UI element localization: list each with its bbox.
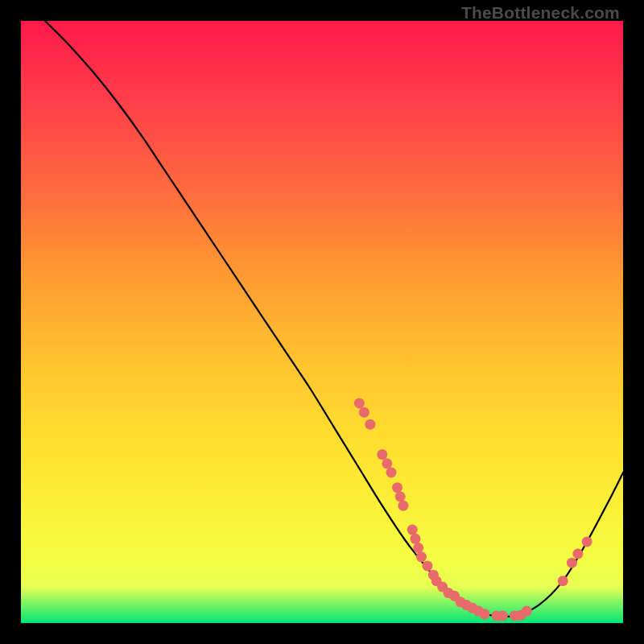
data-point <box>413 543 423 553</box>
data-point <box>395 491 406 502</box>
data-point <box>407 525 418 535</box>
data-point <box>377 449 387 460</box>
data-point <box>365 419 375 430</box>
data-point <box>382 458 392 469</box>
watermark-text: TheBottleneck.com <box>461 3 620 23</box>
data-point <box>567 558 577 568</box>
chart-frame <box>21 21 623 623</box>
data-point <box>354 398 365 408</box>
data-point <box>522 606 532 617</box>
data-point <box>497 611 508 621</box>
data-point <box>416 551 427 562</box>
data-point <box>572 548 583 559</box>
data-point <box>558 576 568 586</box>
data-point <box>479 609 489 619</box>
data-point <box>422 560 432 571</box>
bottleneck-curve <box>45 21 623 617</box>
data-point <box>582 537 592 547</box>
data-point <box>410 534 420 544</box>
data-point <box>398 501 408 511</box>
data-point <box>386 468 397 478</box>
data-point <box>392 482 402 493</box>
chart-svg <box>21 21 623 623</box>
data-point <box>359 407 369 418</box>
